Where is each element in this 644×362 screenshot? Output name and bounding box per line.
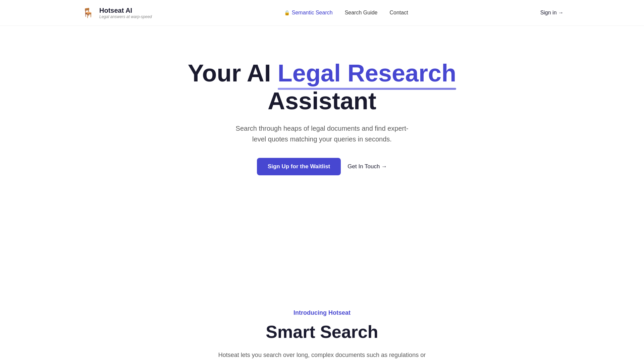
hero-visual [80, 175, 564, 269]
hero-buttons: Sign Up for the Waitlist Get In Touch → [257, 158, 387, 175]
logo-icon: 🪑 [80, 5, 95, 20]
sign-in-button[interactable]: Sign in → [540, 10, 564, 16]
hero-section: Your AI Legal Research Assistant Search … [0, 26, 644, 289]
waitlist-button[interactable]: Sign Up for the Waitlist [257, 158, 341, 175]
introducing-section: Introducing Hotseat Smart Search Hotseat… [0, 289, 644, 362]
introducing-title: Smart Search [266, 322, 378, 342]
nav-contact[interactable]: Contact [389, 10, 408, 16]
nav-links: 🔒 Semantic Search Search Guide Contact [284, 10, 408, 16]
navbar: 🪑 Hotseat AI Legal answers at warp-speed… [0, 0, 644, 26]
hero-subtitle: Search through heaps of legal documents … [235, 123, 409, 144]
get-in-touch-button[interactable]: Get In Touch → [347, 163, 387, 170]
introducing-description: Hotseat lets you search over long, compl… [208, 350, 436, 362]
introducing-label: Introducing Hotseat [293, 309, 351, 316]
logo-subtitle: Legal answers at warp-speed [99, 14, 152, 19]
lock-icon: 🔒 [284, 10, 290, 15]
logo-title: Hotseat AI [99, 6, 152, 14]
logo-text-block: Hotseat AI Legal answers at warp-speed [99, 6, 152, 19]
nav-search-guide[interactable]: Search Guide [345, 10, 378, 16]
logo[interactable]: 🪑 Hotseat AI Legal answers at warp-speed [80, 5, 152, 20]
hero-title: Your AI Legal Research Assistant [171, 59, 473, 115]
nav-semantic-search[interactable]: 🔒 Semantic Search [284, 10, 333, 16]
hero-title-highlight: Legal Research [278, 59, 456, 87]
